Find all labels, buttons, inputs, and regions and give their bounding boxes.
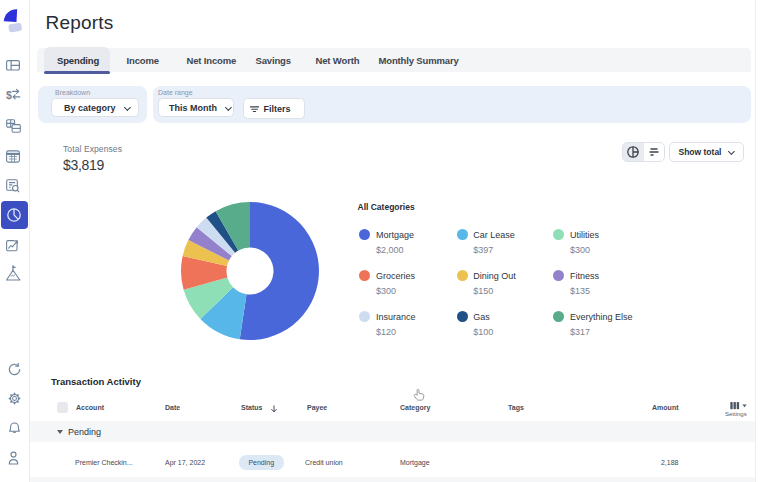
svg-text:$: $ (6, 89, 12, 101)
